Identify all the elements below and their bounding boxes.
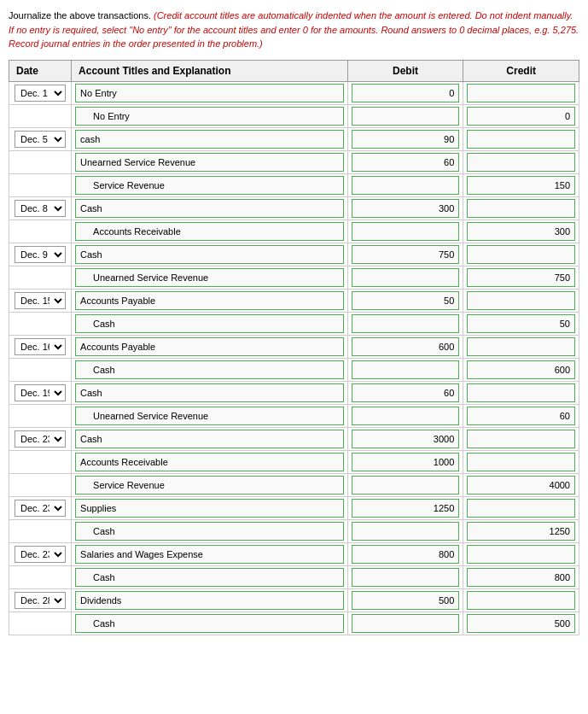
debit-input[interactable] [352,522,460,541]
date-select[interactable]: Dec. 5 [15,131,66,148]
credit-input[interactable] [467,176,575,195]
debit-input[interactable] [352,245,460,264]
account-input[interactable] [75,522,344,541]
account-input[interactable] [75,614,344,633]
debit-input[interactable] [352,314,460,333]
debit-input[interactable] [352,360,460,379]
credit-input[interactable] [467,614,575,633]
date-select[interactable]: Dec. 16 [15,338,66,355]
credit-input[interactable] [467,383,575,402]
date-select[interactable]: Dec. 1 [15,85,66,102]
credit-input[interactable] [467,360,575,379]
credit-input[interactable] [467,453,575,471]
debit-input[interactable] [352,199,460,218]
account-input[interactable] [75,153,344,172]
account-input[interactable] [75,430,344,448]
account-input[interactable] [75,383,344,402]
account-input[interactable] [75,407,344,425]
account-input[interactable] [75,130,344,149]
debit-input[interactable] [352,383,460,402]
header-date: Date [9,60,72,81]
date-select[interactable]: Dec. 15 [15,292,66,309]
debit-input[interactable] [352,614,460,633]
credit-input[interactable] [467,130,575,149]
account-input[interactable] [75,84,344,102]
debit-input[interactable] [352,107,460,126]
date-select[interactable]: Dec. 8 [15,200,66,217]
account-input[interactable] [75,107,344,126]
date-select[interactable]: Dec. 9 [15,246,66,263]
account-input[interactable] [75,199,344,218]
date-select[interactable]: Dec. 23 [15,546,66,563]
instructions: Journalize the above transactions. (Cred… [9,9,579,51]
debit-input[interactable] [352,176,460,195]
account-input[interactable] [75,176,344,195]
debit-input[interactable] [352,222,460,241]
credit-input[interactable] [467,153,575,172]
credit-input[interactable] [467,268,575,287]
account-input[interactable] [75,291,344,310]
date-select[interactable]: Dec. 19 [15,384,66,401]
credit-input[interactable] [467,407,575,425]
debit-input[interactable] [352,430,460,448]
credit-input[interactable] [467,245,575,264]
instruction-plain: Journalize the above transactions. [9,10,151,20]
debit-input[interactable] [352,337,460,356]
credit-input[interactable] [467,337,575,356]
account-input[interactable] [75,453,344,471]
date-select[interactable]: Dec. 28 [15,592,66,609]
account-input[interactable] [75,314,344,333]
credit-input[interactable] [467,84,575,102]
debit-input[interactable] [352,591,460,610]
account-input[interactable] [75,499,344,518]
account-input[interactable] [75,337,344,356]
debit-input[interactable] [352,153,460,172]
credit-input[interactable] [467,107,575,126]
account-input[interactable] [75,545,344,564]
debit-input[interactable] [352,268,460,287]
account-input[interactable] [75,360,344,379]
account-input[interactable] [75,222,344,241]
credit-input[interactable] [467,522,575,541]
debit-input[interactable] [352,84,460,102]
credit-input[interactable] [467,476,575,495]
credit-input[interactable] [467,314,575,333]
credit-input[interactable] [467,430,575,448]
credit-input[interactable] [467,545,575,564]
debit-input[interactable] [352,453,460,471]
date-select[interactable]: Dec. 23 [15,500,66,517]
debit-input[interactable] [352,130,460,149]
debit-input[interactable] [352,476,460,495]
date-select[interactable]: Dec. 23 [15,430,66,448]
header-account: Account Titles and Explanation [72,60,348,81]
debit-input[interactable] [352,291,460,310]
header-debit: Debit [347,60,463,81]
journal-table: Date Account Titles and Explanation Debi… [9,60,579,635]
credit-input[interactable] [467,199,575,218]
account-input[interactable] [75,476,344,495]
credit-input[interactable] [467,499,575,518]
credit-input[interactable] [467,591,575,610]
debit-input[interactable] [352,545,460,564]
credit-input[interactable] [467,222,575,241]
debit-input[interactable] [352,407,460,425]
credit-input[interactable] [467,291,575,310]
credit-input[interactable] [467,568,575,587]
account-input[interactable] [75,591,344,610]
debit-input[interactable] [352,499,460,518]
account-input[interactable] [75,268,344,287]
account-input[interactable] [75,568,344,587]
header-credit: Credit [463,60,579,81]
account-input[interactable] [75,245,344,264]
debit-input[interactable] [352,568,460,587]
